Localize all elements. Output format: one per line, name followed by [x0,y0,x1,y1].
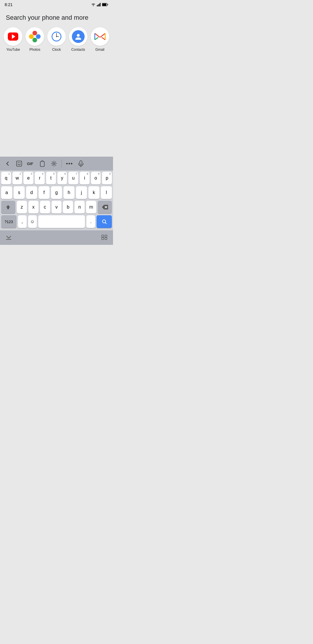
svg-point-13 [77,34,80,37]
key-y[interactable]: y6 [57,172,67,184]
svg-point-23 [71,163,72,164]
key-emoji[interactable]: ☺ [28,215,37,228]
key-z[interactable]: z [17,201,27,214]
svg-point-12 [56,36,57,37]
svg-point-20 [53,163,55,164]
app-label-gmail: Gmail [95,48,104,52]
key-d[interactable]: d [26,186,37,199]
svg-rect-35 [105,238,107,240]
key-s[interactable]: s [14,186,25,199]
keyboard-bottom-bar [0,230,113,245]
key-n[interactable]: n [74,201,85,214]
svg-rect-34 [102,238,104,240]
svg-point-17 [20,162,21,163]
signal-icon [97,3,101,6]
app-label-youtube: YouTube [6,48,20,52]
contacts-icon [72,30,85,43]
svg-rect-3 [99,4,100,6]
key-i[interactable]: i8 [80,172,90,184]
keyboard-sticker-button[interactable] [14,158,24,169]
keyboard-settings-button[interactable] [49,158,59,169]
keyboard-back-button[interactable] [2,158,13,169]
key-row-2: a s d f g h j k l [1,186,112,199]
keyboard-rows: q1 w2 e3 r4 t5 y6 u7 i8 o9 p0 a s d f g … [0,171,113,230]
key-row-4: ?123 , ☺ . [1,215,112,228]
key-q[interactable]: q1 [1,172,11,184]
key-l[interactable]: l [101,186,112,199]
battery-icon [102,3,108,6]
key-m[interactable]: m [86,201,96,214]
photos-icon [29,31,41,42]
key-b[interactable]: b [63,201,73,214]
key-f[interactable]: f [39,186,50,199]
status-icons [91,3,108,6]
keyboard-toolbar: GIF [0,157,113,171]
keyboard-collapse-button[interactable] [3,232,14,243]
gmail-icon-circle [91,27,109,46]
key-search[interactable] [97,215,112,228]
keyboard-area: GIF [0,157,113,245]
keyboard-layout-button[interactable] [99,232,110,243]
app-item-contacts[interactable]: Contacts [67,27,89,52]
svg-text:GIF: GIF [27,162,33,166]
app-label-contacts: Contacts [71,48,85,52]
wifi-icon [91,3,96,6]
key-e[interactable]: e3 [23,172,33,184]
svg-rect-15 [17,161,22,166]
svg-rect-4 [100,3,101,6]
key-h[interactable]: h [63,186,74,199]
svg-rect-7 [108,4,108,5]
key-row-3: z x c v b n m [1,201,112,214]
svg-point-0 [93,6,94,6]
svg-rect-19 [40,162,44,167]
key-switch-123[interactable]: ?123 [1,215,17,228]
svg-rect-6 [102,3,106,6]
app-item-clock[interactable]: Clock [46,27,68,52]
key-a[interactable]: a [1,186,12,199]
key-o[interactable]: o9 [91,172,101,184]
keyboard-gif-button[interactable]: GIF [26,158,36,169]
clock-icon [51,31,62,42]
key-shift[interactable] [1,201,15,214]
svg-rect-1 [97,5,98,6]
key-period[interactable]: . [86,215,95,228]
keyboard-mic-button[interactable] [76,158,86,169]
key-j[interactable]: j [76,186,87,199]
key-r[interactable]: r4 [35,172,45,184]
youtube-icon [8,32,18,41]
key-w[interactable]: w2 [12,172,22,184]
key-space[interactable] [38,215,85,228]
key-comma[interactable]: , [18,215,27,228]
key-g[interactable]: g [51,186,62,199]
key-k[interactable]: k [88,186,99,199]
key-u[interactable]: u7 [68,172,78,184]
key-x[interactable]: x [28,201,39,214]
key-t[interactable]: t5 [46,172,56,184]
svg-point-16 [18,162,19,163]
key-backspace[interactable] [98,201,112,214]
status-bar: 8:21 [0,0,113,9]
keyboard-more-button[interactable] [64,158,74,169]
photos-icon-circle [26,27,44,46]
key-v[interactable]: v [52,201,62,214]
svg-point-21 [66,163,68,164]
apps-row: YouTube Photos [0,24,113,55]
key-row-1: q1 w2 e3 r4 t5 y6 u7 i8 o9 p0 [1,172,112,184]
toolbar-separator [61,160,62,168]
svg-point-22 [69,163,70,164]
app-item-gmail[interactable]: Gmail [89,27,111,52]
keyboard-clipboard-button[interactable] [37,158,48,169]
svg-rect-32 [102,235,104,237]
app-item-youtube[interactable]: YouTube [2,27,24,52]
app-label-photos: Photos [30,48,40,52]
clock-icon-circle [47,27,66,46]
app-item-photos[interactable]: Photos [24,27,46,52]
key-c[interactable]: c [40,201,50,214]
gmail-icon [94,32,106,41]
svg-rect-33 [105,235,107,237]
svg-rect-2 [98,5,99,7]
key-p[interactable]: p0 [102,172,112,184]
youtube-icon-circle [4,27,22,46]
app-label-clock: Clock [52,48,61,52]
contacts-icon-circle [69,27,88,46]
